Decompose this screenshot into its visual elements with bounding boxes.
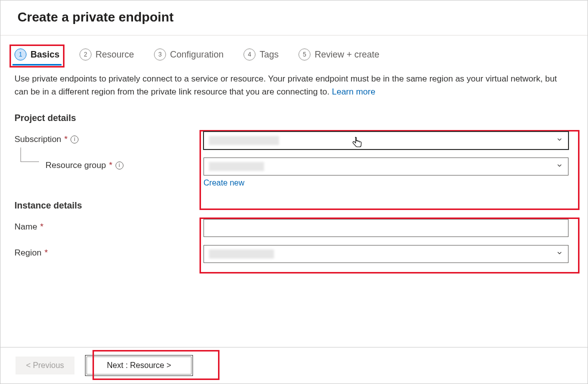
- row-subscription: Subscription * i: [14, 132, 574, 150]
- tab-tags[interactable]: 4 Tags: [244, 48, 278, 60]
- body: 1 Basics 2 Resource 3 Configuration 4 Ta…: [0, 36, 588, 347]
- tab-step-number: 5: [298, 48, 310, 60]
- tab-resource[interactable]: 2 Resource: [80, 48, 134, 60]
- tab-step-number: 3: [154, 48, 166, 60]
- intro-text: Use private endpoints to privately conne…: [14, 72, 570, 99]
- subscription-select[interactable]: [204, 132, 568, 150]
- tab-label: Review + create: [314, 50, 380, 60]
- tab-label: Basics: [30, 50, 60, 60]
- region-select[interactable]: [204, 245, 568, 263]
- create-new-link[interactable]: Create new: [204, 178, 244, 188]
- header: Create a private endpoint: [0, 0, 588, 36]
- required-marker: *: [64, 134, 68, 144]
- row-name: Name *: [14, 219, 574, 237]
- tab-configuration[interactable]: 3 Configuration: [154, 48, 224, 60]
- tab-step-number: 1: [14, 48, 26, 60]
- row-resource-group: Resource group * i Create new: [14, 158, 574, 188]
- subscription-label: Subscription: [14, 134, 62, 144]
- resource-group-label: Resource group: [46, 160, 106, 170]
- redacted-value: [209, 136, 279, 145]
- chevron-down-icon: [556, 162, 563, 170]
- chevron-down-icon: [556, 250, 563, 258]
- info-icon[interactable]: i: [70, 136, 78, 144]
- info-icon[interactable]: i: [116, 162, 124, 170]
- name-input[interactable]: [204, 219, 568, 237]
- tab-basics[interactable]: 1 Basics: [14, 48, 60, 60]
- required-marker: *: [40, 222, 44, 232]
- tab-step-number: 4: [244, 48, 256, 60]
- section-title-project: Project details: [14, 113, 574, 124]
- intro-body: Use private endpoints to privately conne…: [14, 74, 557, 96]
- page-root: Create a private endpoint 1 Basics 2 Res…: [0, 0, 588, 384]
- next-button[interactable]: Next : Resource >: [86, 356, 192, 374]
- section-title-instance: Instance details: [14, 200, 574, 211]
- tab-review-create[interactable]: 5 Review + create: [298, 48, 380, 60]
- tab-label: Configuration: [170, 50, 224, 60]
- redacted-value: [209, 162, 264, 171]
- page-title: Create a private endpoint: [18, 10, 570, 25]
- resource-group-select[interactable]: [204, 158, 568, 176]
- tab-label: Resource: [96, 50, 134, 60]
- tab-label: Tags: [260, 50, 278, 60]
- row-region: Region *: [14, 245, 574, 263]
- footer: < Previous Next : Resource >: [0, 347, 588, 384]
- chevron-down-icon: [556, 136, 563, 144]
- learn-more-link[interactable]: Learn more: [332, 87, 376, 96]
- required-marker: *: [44, 248, 48, 258]
- wizard-tabs: 1 Basics 2 Resource 3 Configuration 4 Ta…: [14, 48, 574, 60]
- name-label: Name: [14, 222, 37, 232]
- redacted-value: [209, 250, 274, 258]
- tab-step-number: 2: [80, 48, 92, 60]
- required-marker: *: [109, 160, 112, 170]
- region-label: Region: [14, 248, 42, 258]
- previous-button: < Previous: [16, 356, 74, 374]
